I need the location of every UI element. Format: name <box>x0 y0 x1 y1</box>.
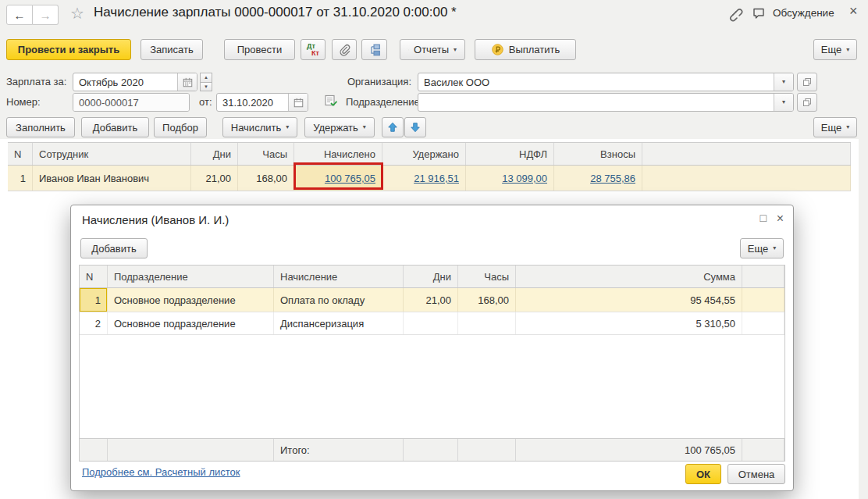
col-accrued[interactable]: Начислено <box>294 143 382 165</box>
more-button-top[interactable]: Еще ▾ <box>813 39 857 60</box>
maximize-icon[interactable]: □ <box>760 212 767 224</box>
salary-period-input[interactable] <box>73 73 177 91</box>
row-number: 2 <box>80 312 108 334</box>
accrue-button[interactable]: Начислить ▾ <box>222 117 297 137</box>
empty-cell <box>742 312 784 334</box>
ok-button[interactable]: ОК <box>685 464 721 484</box>
withheld-cell[interactable]: 21 916,51 <box>382 166 466 191</box>
post-and-close-label: Провести и закрыть <box>18 44 119 55</box>
date-from-label: от: <box>199 96 212 108</box>
accrual-value: Диспансеризация <box>274 312 404 334</box>
chevron-down-icon: ▾ <box>782 99 785 105</box>
move-row-down-button[interactable] <box>404 117 426 137</box>
col-n[interactable]: N <box>8 143 33 165</box>
page-title: Начисление зарплаты 0000-000017 от 31.10… <box>94 5 457 20</box>
attachments-button[interactable] <box>332 39 357 60</box>
pick-label: Подбор <box>162 122 198 134</box>
accounting-settings-button[interactable] <box>323 93 339 111</box>
contributions-link[interactable]: 28 755,86 <box>590 173 635 184</box>
contributions-cell[interactable]: 28 755,86 <box>554 166 642 191</box>
accrued-cell[interactable]: 100 765,05 <box>294 166 382 191</box>
close-form-icon[interactable]: × <box>849 3 858 20</box>
calendar-icon <box>182 77 194 88</box>
col-withheld[interactable]: Удержано <box>382 143 466 165</box>
favorite-star-icon[interactable]: ☆ <box>70 4 84 23</box>
organization-open-button[interactable] <box>797 73 817 91</box>
dialog-add-button[interactable]: Добавить <box>80 238 148 258</box>
dialog-close-icon[interactable]: × <box>777 212 784 226</box>
stepper-down-button[interactable]: ▼ <box>200 82 212 92</box>
ndfl-link[interactable]: 13 099,00 <box>502 173 547 184</box>
accrued-link[interactable]: 100 765,05 <box>325 173 375 184</box>
col-empty <box>642 143 851 165</box>
get-link-button[interactable] <box>726 5 743 24</box>
department-input[interactable] <box>418 94 774 111</box>
accrual-row[interactable]: 1 Основное подразделение Оплата по оклад… <box>80 288 784 312</box>
move-row-up-button[interactable] <box>382 117 404 137</box>
col-accrual[interactable]: Начисление <box>274 266 404 287</box>
salary-period-field-group <box>73 73 197 91</box>
cancel-button[interactable]: Отмена <box>727 464 785 484</box>
employee-row[interactable]: 1 Иванов Иван Иванович 21,00 168,00 100 … <box>8 166 851 191</box>
hours-value: 168,00 <box>458 288 516 312</box>
reports-label: Отчеты <box>414 44 449 55</box>
salary-for-label: Зарплата за: <box>6 76 66 87</box>
payslip-link[interactable]: Подробнее см. Расчетный листок <box>82 466 240 478</box>
arrow-up-icon <box>387 122 398 133</box>
discussion-label[interactable]: Обсуждение <box>773 7 834 19</box>
employee-name: Иванов Иван Иванович <box>33 166 191 191</box>
organization-dropdown-button[interactable]: ▾ <box>774 73 793 91</box>
save-button[interactable]: Записать <box>141 39 203 60</box>
days-value: 21,00 <box>191 166 238 191</box>
add-row-button[interactable]: Добавить <box>81 117 149 137</box>
fill-button[interactable]: Заполнить <box>6 117 75 137</box>
organization-field-group: ▾ <box>418 73 794 91</box>
post-and-close-button[interactable]: Провести и закрыть <box>6 39 131 60</box>
more-label: Еще <box>821 122 841 134</box>
related-documents-button[interactable] <box>361 39 387 60</box>
col-contributions[interactable]: Взносы <box>554 143 642 165</box>
empty-cell <box>742 288 784 312</box>
post-button[interactable]: Провести <box>224 39 295 60</box>
link-icon <box>726 5 743 22</box>
col-employee[interactable]: Сотрудник <box>33 143 191 165</box>
organization-input[interactable] <box>418 73 774 91</box>
col-n[interactable]: N <box>80 266 108 287</box>
history-nav: ← → <box>6 5 59 25</box>
col-hours[interactable]: Часы <box>458 266 516 287</box>
col-days[interactable]: Дни <box>404 266 458 287</box>
more-button-list[interactable]: Еще ▾ <box>813 117 857 137</box>
post-label: Провести <box>237 44 283 55</box>
discussion-button[interactable] <box>751 5 767 23</box>
ndfl-cell[interactable]: 13 099,00 <box>466 166 554 191</box>
calendar-button[interactable] <box>177 73 197 91</box>
back-button[interactable]: ← <box>6 5 33 25</box>
accruals-dialog: Начисления (Иванов И. И.) □ × Добавить Е… <box>70 205 794 491</box>
col-sum[interactable]: Сумма <box>516 266 742 287</box>
pay-button[interactable]: Выплатить <box>475 39 576 60</box>
chevron-down-icon: ▾ <box>773 245 776 251</box>
pick-button[interactable]: Подбор <box>154 117 207 137</box>
forward-button[interactable]: → <box>33 5 59 25</box>
withhold-button[interactable]: Удержать ▾ <box>304 117 375 137</box>
reports-button[interactable]: Отчеты ▾ <box>400 39 465 60</box>
withheld-link[interactable]: 21 916,51 <box>414 173 459 184</box>
date-calendar-button[interactable] <box>288 94 308 111</box>
days-value <box>404 312 458 334</box>
arrow-right-icon: → <box>40 9 52 22</box>
department-dropdown-button[interactable]: ▾ <box>774 94 793 111</box>
accrue-label: Начислить <box>231 122 281 134</box>
col-ndfl[interactable]: НДФЛ <box>466 143 554 165</box>
dialog-more-button[interactable]: Еще ▾ <box>740 238 784 258</box>
accrual-row[interactable]: 2 Основное подразделение Диспансеризация… <box>80 312 784 335</box>
dr-cr-postings-button[interactable]: Дт Кт <box>301 39 326 60</box>
col-hours[interactable]: Часы <box>238 143 294 165</box>
row-number: 1 <box>80 288 108 312</box>
department-open-button[interactable] <box>797 93 817 112</box>
number-input[interactable] <box>73 94 189 111</box>
col-department[interactable]: Подразделение <box>108 266 274 287</box>
footer-days-cell <box>404 439 458 461</box>
col-days[interactable]: Дни <box>191 143 238 165</box>
empty-cell <box>642 166 851 191</box>
date-input[interactable] <box>217 94 288 111</box>
